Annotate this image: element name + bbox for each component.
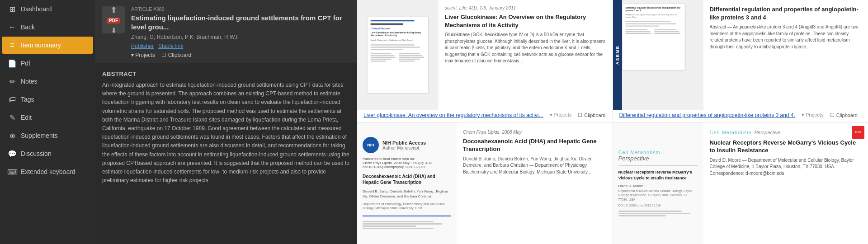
nih-title: Docosahexaenoic Acid (DHA) and Hepatic G… (363, 174, 451, 185)
chevron-down-icon: ▾ (131, 52, 134, 58)
stable-link[interactable]: Stable link (158, 43, 183, 49)
angiopoietin-projects[interactable]: ▾ Projects (802, 112, 824, 118)
edit-icon: ✎ (8, 113, 16, 122)
article-title: Estimating liquefaction-induced ground s… (131, 14, 350, 31)
pdf-icon-box[interactable]: ⬆ PDF ⬇ (102, 6, 125, 33)
nih-thumb: NIH NIH Public Access Author Manuscript … (357, 122, 457, 244)
glucokinase-thumb: Critical Review Liver Glucokinase: An Ov… (357, 0, 439, 110)
cell-card-text: Cell Metabolism Perspective Nuclear Rece… (703, 122, 868, 244)
angiopoietin-title: Differential regulation and properties o… (710, 5, 862, 21)
sidebar-item-supplements[interactable]: ⊕Supplements (2, 127, 93, 144)
notes-icon: ✏ (8, 77, 16, 85)
sidebar-item-edit[interactable]: ✎Edit (2, 109, 93, 126)
clipboard-check[interactable]: ☐ Clipboard (161, 52, 191, 58)
abstract-text: An integrated approach to estimate lique… (102, 81, 350, 185)
glucokinase-footer: Liver glucokinase: An overview on the re… (357, 110, 613, 122)
nuclear-title-thumb: Nuclear Receptors Reverse McGarry's Vici… (618, 169, 698, 181)
sidebar-label-notes: Notes (21, 78, 38, 85)
article-card-glucokinase: Critical Review Liver Glucokinase: An Ov… (357, 0, 613, 122)
glucokinase-projects[interactable]: ▾ Projects (550, 112, 572, 118)
sidebar-item-dashboard[interactable]: ⊞Dashboard (2, 0, 93, 18)
publisher-link[interactable]: Publisher (131, 43, 154, 49)
supplements-icon: ⊕ (8, 131, 16, 140)
right-panel: Critical Review Liver Glucokinase: An Ov… (357, 0, 868, 244)
article-authors: Zhang, G; Robertson, P K; Brachman, R W.… (131, 34, 350, 40)
glucokinase-card-text: scient. Life, 4(1): 1-6, January 2011 Li… (439, 0, 613, 110)
glucokinase-link[interactable]: Liver glucokinase: An overview on the re… (363, 112, 543, 118)
angiopoietin-card-text: Differential regulation and properties o… (703, 0, 868, 110)
perspective-label: Perspective (618, 155, 698, 162)
download-icon[interactable]: ⬇ (111, 26, 117, 35)
cell-badge: Cell (852, 126, 864, 139)
discussion-icon: 💬 (8, 150, 16, 158)
cell-thumb: Cell Metabolism Perspective Nuclear Rece… (613, 122, 703, 244)
projects-label: ▾ Projects (131, 52, 155, 58)
sidebar-item-back[interactable]: ←Back (2, 19, 93, 36)
nuclear-abstract: David D. Moore — Department of Molecular… (710, 157, 862, 239)
nih-journal: Chem Phys Lipids. 2008 May (463, 130, 606, 135)
tags-icon: 🏷 (8, 95, 16, 103)
sidebar-item-pdf[interactable]: 📄Pdf (2, 55, 93, 72)
nih-authors: Donald B. Jump, Daniela Botolin, Yun Wan… (363, 189, 451, 199)
checkbox-icon: ☐ (161, 52, 166, 58)
abstract-heading: ABSTRACT (102, 70, 350, 77)
sidebar-label-pdf: Pdf (21, 60, 30, 67)
angiopoietin-clipboard[interactable]: ☐ Clipboard (830, 112, 858, 118)
sidebar-label-supplements: Supplements (21, 132, 58, 139)
nih-card-text: Chem Phys Lipids. 2008 May Docosahexaeno… (457, 122, 613, 244)
angiopoietin-abstract: Abstract — Angiopoietin-like protein 3 a… (710, 24, 862, 104)
article-number: ARTICLE #389 (131, 6, 350, 12)
nih-access-text: NIH Public Access (382, 140, 426, 145)
back-icon: ← (8, 23, 16, 31)
glucokinase-clipboard[interactable]: ☐ Clipboard (578, 112, 605, 118)
nuclear-affiliation-thumb: Department of Molecular and Cellular Bio… (618, 189, 698, 202)
pdf-icon: 📄 (8, 59, 16, 67)
nuclear-doi-thumb: DOI 10.1016/j.cmet.2012.01.016 (618, 204, 698, 207)
glucokinase-journal: scient. Life, 4(1): 1-6, January 2011 (445, 5, 606, 10)
glucokinase-title: Liver Glucokinase: An Overview on the Re… (445, 13, 606, 29)
sidebar-label-dashboard: Dashboard (21, 5, 52, 13)
section-label-item-summary (95, 63, 357, 70)
sidebar-label-tags: Tags (21, 96, 34, 103)
nih-abstract: Donald B. Jump, Daniela Botolin, Yun Wan… (463, 156, 606, 239)
sidebar-item-tags[interactable]: 🏷Tags (2, 91, 93, 108)
sidebar-item-discussion[interactable]: 💬Discussion (2, 145, 93, 162)
nih-card-inner: NIH NIH Public Access Author Manuscript … (357, 131, 457, 235)
angiopoietin-link[interactable]: Differential regulation and properties o… (619, 112, 795, 118)
sidebar-label-discussion: Discussion (21, 150, 52, 157)
article-links: Publisher Stable link (131, 43, 350, 49)
sidebar-item-extended-keyboard[interactable]: ⌨Extended keyboard (2, 163, 93, 180)
sidebar: ⊞Dashboard←Back≡Item summary📄Pdf✏Notes🏷T… (0, 0, 95, 244)
angiopoietin-thumb: ASBMB Differential regulation and proper… (613, 0, 703, 110)
article-info: ARTICLE #389 Estimating liquefaction-ind… (131, 6, 350, 58)
main-panel: ⬆ PDF ⬇ ARTICLE #389 Estimating liquefac… (95, 0, 357, 244)
nih-manuscript-text: Author Manuscript (382, 145, 426, 150)
nih-affiliation: Department of Physiology, Biochemistry a… (363, 202, 451, 210)
asbmb-stripe: ASBMB (613, 0, 622, 110)
angiopoietin-footer: Differential regulation and properties o… (613, 110, 868, 122)
cell-metabolism-label: Cell Metabolism (618, 150, 698, 155)
nih-card-title: Docosahexaenoic Acid (DHA) and Hepatic G… (463, 137, 606, 153)
sidebar-item-notes[interactable]: ✏Notes (2, 73, 93, 90)
sidebar-label-item-summary: Item summary (21, 42, 61, 49)
nuclear-authors-thumb: David D. Moore (618, 184, 698, 188)
cell-perspective-type: Perspective (755, 130, 780, 135)
nih-logo: NIH (363, 137, 379, 153)
share-icon: ⬆ (110, 5, 117, 15)
pdf-badge[interactable]: PDF (107, 18, 120, 23)
article-card-angiopoietin: ASBMB Differential regulation and proper… (613, 0, 868, 122)
nuclear-title: Nuclear Receptors Reverse McGarry's Vici… (710, 139, 862, 155)
extended-keyboard-icon: ⌨ (8, 168, 16, 176)
glucokinase-abstract: Glucokinase (GCK, hexokinase type IV or … (445, 32, 606, 104)
abstract-section: ABSTRACT An integrated approach to estim… (95, 70, 357, 244)
article-header: ⬆ PDF ⬇ ARTICLE #389 Estimating liquefac… (95, 0, 357, 63)
article-card-nih: NIH NIH Public Access Author Manuscript … (357, 122, 613, 244)
article-card-cell-metabolism: Cell Cell Metabolism Perspective Nuclear… (613, 122, 868, 244)
sidebar-label-back: Back (21, 23, 35, 31)
nih-header: NIH NIH Public Access Author Manuscript (363, 137, 451, 153)
dashboard-icon: ⊞ (8, 5, 16, 13)
sidebar-label-edit: Edit (21, 114, 32, 121)
sidebar-item-item-summary[interactable]: ≡Item summary (2, 37, 93, 54)
nih-published: Published in final edited form as:Chem P… (363, 157, 451, 169)
cell-metabolism-brand: Cell Metabolism (710, 130, 752, 135)
